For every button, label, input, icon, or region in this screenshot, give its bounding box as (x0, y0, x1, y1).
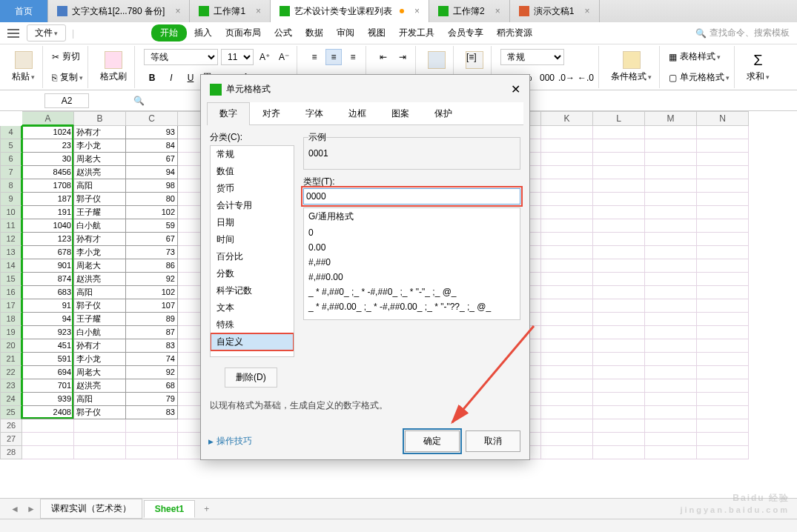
cell[interactable] (645, 299, 697, 313)
shrink-font-icon[interactable]: A⁻ (276, 49, 292, 65)
cell[interactable] (645, 233, 697, 246)
cell[interactable] (74, 433, 126, 446)
cell[interactable] (645, 139, 697, 153)
row-header[interactable]: 25 (0, 406, 22, 419)
underline-icon[interactable]: U (182, 70, 199, 86)
cell[interactable]: 高阳 (74, 179, 126, 193)
cell[interactable]: 王子耀 (74, 313, 126, 326)
cell[interactable] (541, 393, 593, 406)
file-menu[interactable]: 文件 (27, 24, 66, 41)
align-bot-icon[interactable]: ≡ (345, 49, 361, 65)
cell[interactable] (541, 179, 593, 193)
cell[interactable]: 赵洪亮 (74, 379, 126, 393)
cell[interactable]: 84 (126, 139, 178, 153)
cell[interactable] (593, 179, 645, 193)
col-header[interactable]: A (22, 111, 74, 126)
name-box[interactable] (44, 93, 89, 108)
close-icon[interactable]: × (414, 6, 420, 16)
cell[interactable] (645, 366, 697, 379)
cell[interactable] (541, 446, 593, 459)
comma-icon[interactable]: 000 (539, 70, 555, 86)
cell[interactable] (541, 166, 593, 179)
category-item[interactable]: 百分比 (211, 248, 294, 265)
cell[interactable] (593, 259, 645, 273)
cell[interactable]: 89 (126, 313, 178, 326)
cell[interactable] (645, 219, 697, 233)
search-icon[interactable]: 🔍 (133, 96, 145, 106)
row-header[interactable]: 27 (0, 433, 22, 446)
cell[interactable] (22, 446, 74, 459)
row-header[interactable]: 28 (0, 446, 22, 459)
menu-formula[interactable]: 公式 (268, 24, 298, 42)
type-item[interactable]: 0 (304, 225, 520, 240)
format-painter[interactable]: 格式刷 (97, 51, 130, 83)
menu-data[interactable]: 数据 (300, 24, 329, 42)
hamburger-icon[interactable] (7, 29, 19, 38)
type-item[interactable]: 0.00 (304, 240, 520, 255)
cell[interactable] (697, 139, 749, 153)
cell[interactable]: 郭子仪 (74, 406, 126, 419)
cell[interactable] (697, 219, 749, 233)
cell[interactable] (645, 406, 697, 419)
row-header[interactable]: 21 (0, 353, 22, 366)
bold-icon[interactable]: B (144, 70, 160, 86)
cell[interactable]: 102 (126, 286, 178, 299)
cell[interactable] (697, 193, 749, 206)
cell[interactable] (593, 299, 645, 313)
tab-font[interactable]: 字体 (293, 102, 336, 124)
cell[interactable] (645, 206, 697, 219)
row-header[interactable]: 20 (0, 339, 22, 353)
cell[interactable] (593, 419, 645, 433)
close-icon[interactable]: × (495, 6, 500, 16)
category-list[interactable]: 常规数值货币会计专用日期时间百分比分数科学记数文本特殊自定义 (210, 145, 294, 357)
cell[interactable] (697, 366, 749, 379)
menu-view[interactable]: 视图 (362, 24, 391, 42)
cell[interactable]: 80 (126, 193, 178, 206)
category-item[interactable]: 分数 (211, 265, 294, 282)
cell[interactable] (593, 326, 645, 339)
tab-number[interactable]: 数字 (207, 102, 250, 125)
col-header[interactable]: C (126, 111, 178, 126)
cell[interactable] (697, 126, 749, 139)
cell[interactable] (541, 433, 593, 446)
cell[interactable]: 周老大 (74, 153, 126, 166)
cell[interactable]: 92 (126, 273, 178, 286)
cell[interactable] (645, 193, 697, 206)
cell[interactable]: 周老大 (74, 366, 126, 379)
cell[interactable] (645, 273, 697, 286)
cell[interactable] (593, 193, 645, 206)
cell[interactable] (697, 179, 749, 193)
search-command[interactable]: 🔍 查找命令、搜索模板 (695, 27, 790, 39)
cell[interactable] (126, 433, 178, 446)
cell[interactable] (697, 353, 749, 366)
tab-sheet1[interactable]: 工作簿1× (190, 0, 271, 22)
row-header[interactable]: 6 (0, 153, 22, 166)
cell[interactable] (645, 379, 697, 393)
cell[interactable] (593, 139, 645, 153)
menu-vip[interactable]: 会员专享 (442, 24, 489, 42)
cell[interactable]: 1040 (22, 219, 74, 233)
cell[interactable] (541, 313, 593, 326)
row-header[interactable]: 17 (0, 299, 22, 313)
close-icon[interactable]: ✕ (511, 82, 520, 96)
cell[interactable] (541, 126, 593, 139)
cell[interactable] (593, 166, 645, 179)
col-header[interactable]: L (593, 111, 645, 126)
cell[interactable]: 周老大 (74, 259, 126, 273)
cell[interactable] (645, 313, 697, 326)
cell[interactable]: 94 (22, 313, 74, 326)
row-header[interactable]: 18 (0, 313, 22, 326)
menu-review[interactable]: 审阅 (331, 24, 360, 42)
row-header[interactable]: 22 (0, 366, 22, 379)
cell[interactable] (645, 419, 697, 433)
cell[interactable] (541, 339, 593, 353)
category-item[interactable]: 货币 (211, 180, 294, 197)
indent-dec-icon[interactable]: ⇤ (375, 49, 391, 65)
cell[interactable] (645, 393, 697, 406)
category-item[interactable]: 自定义 (211, 333, 294, 350)
cell[interactable]: 59 (126, 219, 178, 233)
type-item[interactable]: _ * #,##0.00_ ;_ * -#,##0.00_ ;_ * "-"??… (304, 299, 520, 314)
cell[interactable]: 701 (22, 379, 74, 393)
menu-layout[interactable]: 页面布局 (219, 24, 267, 42)
cell[interactable] (645, 246, 697, 259)
